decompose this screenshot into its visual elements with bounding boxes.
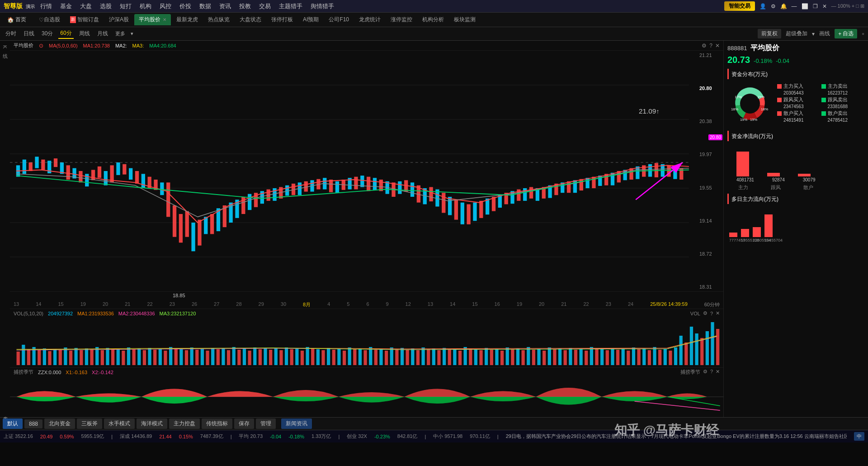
tab-ri[interactable]: 日线 xyxy=(22,29,36,38)
svg-rect-26 xyxy=(142,174,145,188)
menu-tujiao[interactable]: 投教 xyxy=(239,2,251,10)
svg-rect-56 xyxy=(329,180,333,192)
macd-info-icon[interactable]: ? xyxy=(710,369,713,376)
draw-btn[interactable]: 画线 xyxy=(819,30,830,38)
tab-more[interactable]: 更多 xyxy=(113,29,127,38)
tab-zhou[interactable]: 周线 xyxy=(77,29,92,38)
ma-close-icon[interactable]: ✕ xyxy=(715,43,720,49)
tab-home[interactable]: 🏠 首页 xyxy=(3,14,31,25)
svg-rect-155 xyxy=(217,349,220,365)
btn-shuishou[interactable]: 水手模式 xyxy=(104,418,135,429)
btn-beixiang[interactable]: 北向资金 xyxy=(44,418,75,429)
sz-vol: 7487.39亿 xyxy=(200,433,223,440)
svg-rect-131 xyxy=(90,349,93,365)
svg-rect-176 xyxy=(327,348,330,365)
btn-888[interactable]: 888 xyxy=(24,419,42,428)
menu-zixun[interactable]: 资讯 xyxy=(219,2,231,10)
tab-longhu[interactable]: 龙虎统计 xyxy=(354,14,385,25)
settings-icon[interactable]: ⚙ xyxy=(771,3,776,10)
menu-duanda[interactable]: 短打 xyxy=(120,2,132,10)
menu-fengkong[interactable]: 风控 xyxy=(160,2,171,10)
menu-shuju[interactable]: 数据 xyxy=(199,2,211,10)
tab-zhangtingdaban[interactable]: 张停打板 xyxy=(267,14,297,25)
status-bar: 上证 3522.16 20.49 0.59% 5955.19亿 | 深成 144… xyxy=(0,430,868,442)
menu-jijin[interactable]: 基金 xyxy=(60,2,72,10)
menu-jiaoyi[interactable]: 交易 xyxy=(259,2,271,10)
tab-zhidingpan[interactable]: 新 智能订盘 xyxy=(66,14,104,25)
maximize-button[interactable]: ⬜ xyxy=(802,3,808,10)
tab-zixuan[interactable]: ♡ 自选股 xyxy=(34,14,65,25)
tab-jigoufen[interactable]: 机构分析 xyxy=(418,14,448,25)
btn-guanli[interactable]: 管理 xyxy=(256,418,276,429)
menu-zhuti[interactable]: 主题猎手 xyxy=(279,2,302,10)
tab-ai[interactable]: AI预期 xyxy=(298,14,323,25)
avg-pct: -0.18% xyxy=(288,434,304,439)
tab-pingjungujia[interactable]: 平均股价 ✕ xyxy=(134,14,171,25)
minimize-button[interactable]: — xyxy=(792,3,797,10)
price-1955: 19.55 xyxy=(699,185,722,190)
right-panel-toggle-icon[interactable]: ▪ xyxy=(862,30,864,38)
close-button[interactable]: ✕ xyxy=(822,3,827,10)
tab-zuixinlonghu[interactable]: 最新龙虎 xyxy=(172,14,203,25)
menu-yuqing[interactable]: 舆情猎手 xyxy=(311,2,334,10)
btn-zhuli[interactable]: 主力控盘 xyxy=(169,418,200,429)
svg-rect-80 xyxy=(479,201,483,218)
svg-text:21.09↑: 21.09↑ xyxy=(639,108,660,115)
menu-jigou[interactable]: 机构 xyxy=(140,2,151,10)
menu-hangqing[interactable]: 行情 xyxy=(40,2,52,10)
macd-close-icon[interactable]: ✕ xyxy=(716,369,720,376)
more-chevron-icon[interactable]: ▾ xyxy=(131,31,133,37)
svg-rect-144 xyxy=(159,349,162,365)
price-scale: 21.21 20.80 20.38 19.97 19.55 19.14 18.7… xyxy=(698,51,723,291)
restore-window-button[interactable]: ❐ xyxy=(813,3,818,10)
vol-close-icon[interactable]: ✕ xyxy=(716,310,720,316)
tab-fen[interactable]: 分时 xyxy=(4,29,18,38)
tab-zixuan-label: 自选股 xyxy=(44,16,60,24)
svg-rect-221 xyxy=(564,350,567,365)
zx-label: 中小 9571.98 xyxy=(433,433,462,440)
tab-close-icon[interactable]: ✕ xyxy=(163,17,166,22)
user-icon[interactable]: 👤 xyxy=(760,3,766,10)
tab-f10[interactable]: 公司F10 xyxy=(324,14,354,25)
btn-haiyang[interactable]: 海洋模式 xyxy=(137,418,167,429)
btn-chuantong[interactable]: 传统指标 xyxy=(202,418,232,429)
svg-rect-94 xyxy=(567,181,571,193)
tab-bankuai[interactable]: 板块监测 xyxy=(449,14,480,25)
restore-rights-btn[interactable]: 前复权 xyxy=(758,29,781,38)
smart-trade-button[interactable]: 智能交易 xyxy=(724,1,755,11)
menu-jiatou[interactable]: 价投 xyxy=(179,2,191,10)
news-button[interactable]: 新闻资讯 xyxy=(281,418,312,429)
tab-redianzonlan[interactable]: 热点纵览 xyxy=(203,14,234,25)
superstack-btn[interactable]: 超级叠加 xyxy=(786,30,807,38)
btn-sanbanfu[interactable]: 三板斧 xyxy=(77,418,102,429)
tab-yue[interactable]: 月线 xyxy=(95,29,110,38)
settings-gear-icon[interactable]: ⚙ xyxy=(702,43,707,49)
svg-rect-192 xyxy=(411,348,414,365)
menu-dapan[interactable]: 大盘 xyxy=(80,2,92,10)
left-labels: K 线 多周期同屏 xyxy=(0,41,10,417)
ma-info-icon[interactable]: ? xyxy=(709,43,712,49)
vol-info-icon[interactable]: ? xyxy=(710,311,713,316)
tab-30[interactable]: 30分 xyxy=(40,29,55,38)
macd-settings-icon[interactable]: ⚙ xyxy=(703,369,708,376)
add-favorite-button[interactable]: + 自选 xyxy=(835,29,857,38)
vol-settings-icon[interactable]: ⚙ xyxy=(703,310,708,316)
svg-rect-147 xyxy=(175,348,178,365)
svg-rect-16 xyxy=(79,171,82,182)
input-method-indicator[interactable]: 中 xyxy=(854,432,864,441)
top-right-controls: 智能交易 👤 ⚙ 🔔 — ⬜ ❐ ✕ — 100% + □ ⊞ xyxy=(724,1,864,11)
btn-baocun[interactable]: 保存 xyxy=(234,418,254,429)
tab-zhangtingjiankon[interactable]: 涨停监控 xyxy=(386,14,417,25)
btn-moren[interactable]: 默认 xyxy=(3,418,23,429)
superstack-dropdown-icon[interactable]: ▾ xyxy=(812,31,815,37)
tab-dapanzhuangtai[interactable]: 大盘状态 xyxy=(235,14,266,25)
tab-hushena[interactable]: 沪深A股 xyxy=(104,14,133,25)
xaxis-19: 19 xyxy=(80,301,86,308)
retail-buy-value: 24815491 xyxy=(777,118,804,123)
price-1997: 19.97 xyxy=(699,152,722,157)
notification-icon[interactable]: 🔔 xyxy=(780,3,787,10)
heart-icon: ♡ xyxy=(39,17,44,23)
menu-xuangu[interactable]: 选股 xyxy=(100,2,112,10)
svg-rect-156 xyxy=(222,348,225,365)
tab-60[interactable]: 60分 xyxy=(58,29,73,39)
